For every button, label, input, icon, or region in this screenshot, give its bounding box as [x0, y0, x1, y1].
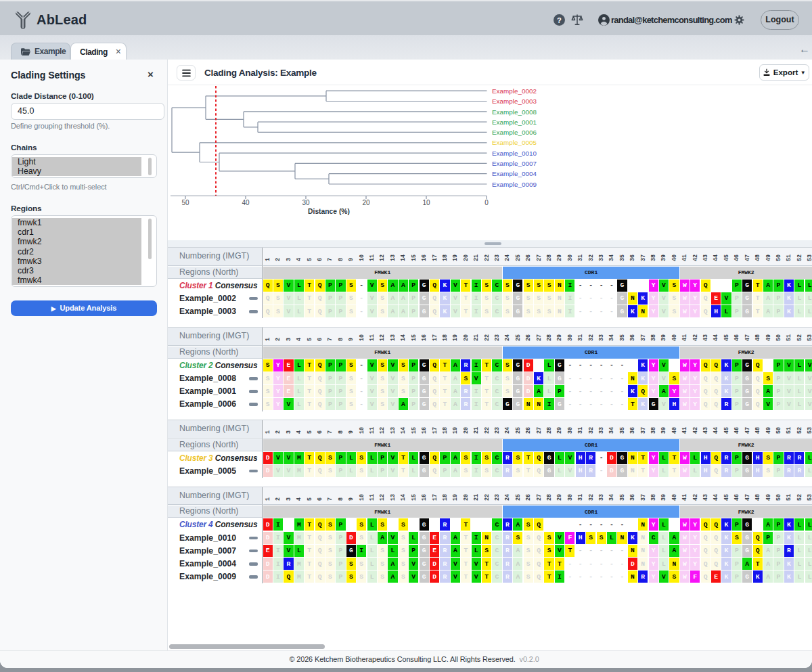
svg-text:?: ? — [557, 16, 562, 24]
